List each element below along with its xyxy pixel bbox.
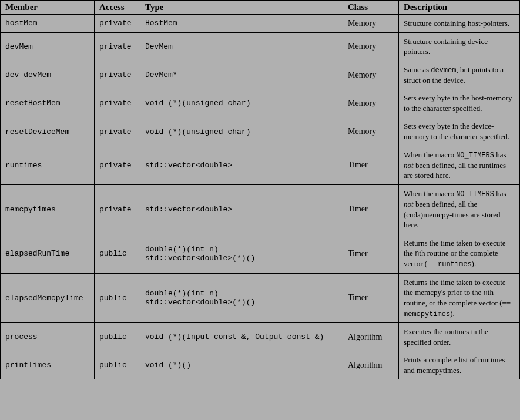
- cell-class: Timer: [343, 273, 399, 322]
- cell-access: private: [95, 89, 140, 117]
- cell-class: Timer: [343, 184, 399, 234]
- cell-member: elapsedMemcpyTime: [1, 273, 95, 322]
- cell-description: When the macro NO_TIMERS has not been de…: [399, 146, 520, 184]
- cell-member: printTimes: [1, 351, 95, 379]
- cell-description: Returns the time taken to execute the me…: [399, 273, 520, 322]
- cell-description: Returns the time taken to execute the nt…: [399, 234, 520, 273]
- table-header-row: Member Access Type Class Description: [1, 1, 520, 15]
- table-row: resetHostMemprivatevoid (*)(unsigned cha…: [1, 89, 520, 117]
- cell-member: memcpytimes: [1, 184, 95, 234]
- cell-description: Structure containing device-pointers.: [399, 32, 520, 61]
- cell-class: Memory: [343, 117, 399, 146]
- table-row: resetDeviceMemprivatevoid (*)(unsigned c…: [1, 117, 520, 146]
- header-class: Class: [343, 1, 399, 15]
- cell-type: void (*)(Input const &, Output const &): [140, 323, 343, 351]
- cell-description: Same as devmem, but points to a struct o…: [399, 61, 520, 89]
- cell-access: public: [95, 351, 140, 379]
- cell-member: resetHostMem: [1, 89, 95, 117]
- members-table: Member Access Type Class Description hos…: [0, 0, 520, 379]
- cell-type: double(*)(int n) std::vector<double>(*)(…: [140, 273, 343, 322]
- cell-class: Algorithm: [343, 323, 399, 351]
- table-row: devMemprivateDevMemMemoryStructure conta…: [1, 32, 520, 61]
- cell-type: void (*)(unsigned char): [140, 89, 343, 117]
- cell-access: private: [95, 15, 140, 33]
- table-row: dev_devMemprivateDevMem*MemorySame as de…: [1, 61, 520, 89]
- cell-type: void (*)(unsigned char): [140, 117, 343, 146]
- cell-member: resetDeviceMem: [1, 117, 95, 146]
- cell-description: Executes the routines in the specified o…: [399, 323, 520, 351]
- cell-description: When the macro NO_TIMERS has not been de…: [399, 184, 520, 234]
- cell-class: Algorithm: [343, 351, 399, 379]
- cell-access: public: [95, 234, 140, 273]
- cell-member: process: [1, 323, 95, 351]
- table-row: memcpytimesprivatestd::vector<double>Tim…: [1, 184, 520, 234]
- header-description: Description: [399, 1, 520, 15]
- cell-type: void (*)(): [140, 351, 343, 379]
- cell-class: Memory: [343, 32, 399, 61]
- table-row: elapsedMemcpyTimepublicdouble(*)(int n) …: [1, 273, 520, 322]
- cell-type: std::vector<double>: [140, 146, 343, 184]
- cell-description: Sets every byte in the device-memory to …: [399, 117, 520, 146]
- cell-access: private: [95, 117, 140, 146]
- cell-access: public: [95, 323, 140, 351]
- cell-member: devMem: [1, 32, 95, 61]
- cell-access: public: [95, 273, 140, 322]
- cell-member: dev_devMem: [1, 61, 95, 89]
- cell-class: Timer: [343, 146, 399, 184]
- table-row: runtimesprivatestd::vector<double>TimerW…: [1, 146, 520, 184]
- cell-member: runtimes: [1, 146, 95, 184]
- table-row: hostMemprivateHostMemMemoryStructure con…: [1, 15, 520, 33]
- cell-access: private: [95, 146, 140, 184]
- cell-type: double(*)(int n) std::vector<double>(*)(…: [140, 234, 343, 273]
- cell-class: Memory: [343, 89, 399, 117]
- cell-description: Sets every byte in the host-memory to th…: [399, 89, 520, 117]
- cell-class: Timer: [343, 234, 399, 273]
- header-member: Member: [1, 1, 95, 15]
- table-row: printTimespublicvoid (*)()AlgorithmPrint…: [1, 351, 520, 379]
- cell-type: DevMem*: [140, 61, 343, 89]
- cell-member: hostMem: [1, 15, 95, 33]
- table-row: processpublicvoid (*)(Input const &, Out…: [1, 323, 520, 351]
- cell-class: Memory: [343, 15, 399, 33]
- cell-type: HostMem: [140, 15, 343, 33]
- table-row: elapsedRunTimepublicdouble(*)(int n) std…: [1, 234, 520, 273]
- header-access: Access: [95, 1, 140, 15]
- cell-description: Prints a complete list of runtimes and m…: [399, 351, 520, 379]
- cell-access: private: [95, 61, 140, 89]
- cell-type: std::vector<double>: [140, 184, 343, 234]
- header-type: Type: [140, 1, 343, 15]
- cell-access: private: [95, 184, 140, 234]
- cell-description: Structure containing host-pointers.: [399, 15, 520, 33]
- cell-member: elapsedRunTime: [1, 234, 95, 273]
- cell-type: DevMem: [140, 32, 343, 61]
- cell-class: Memory: [343, 61, 399, 89]
- cell-access: private: [95, 32, 140, 61]
